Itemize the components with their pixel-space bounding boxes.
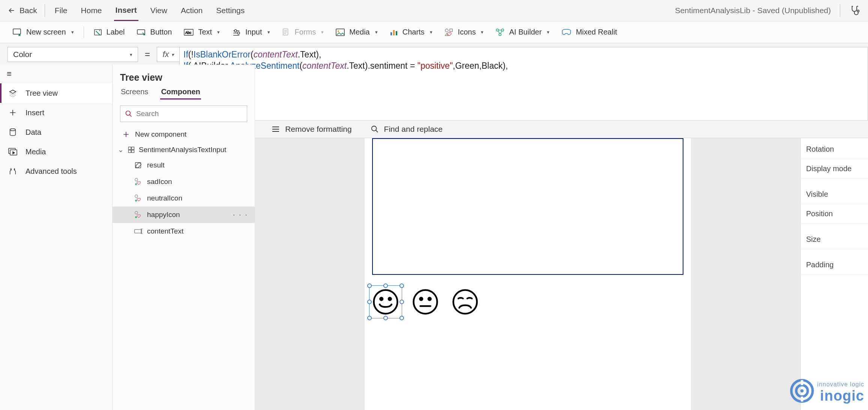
svg-point-17 xyxy=(499,33,501,36)
formula-token: ( xyxy=(299,61,302,71)
media-button[interactable]: Media ▾ xyxy=(330,26,383,39)
forms-button[interactable]: Forms ▾ xyxy=(277,26,329,39)
charts-label: Charts xyxy=(402,28,425,36)
new-component-label: New component xyxy=(135,130,186,139)
happy-icon[interactable] xyxy=(372,288,399,315)
tree-tab-components[interactable]: Componen xyxy=(160,85,201,99)
remove-label: Remove formatting xyxy=(285,125,351,134)
charts-button[interactable]: Charts ▾ xyxy=(384,26,438,39)
property-value: Color xyxy=(13,50,32,59)
media-label: Media xyxy=(349,28,369,36)
sad-icon[interactable] xyxy=(452,288,479,315)
content-text-input[interactable] xyxy=(372,138,683,275)
emoji-row xyxy=(372,288,479,315)
separator xyxy=(84,27,84,38)
prop-position[interactable]: Position xyxy=(801,204,868,224)
button-text: Button xyxy=(150,28,172,36)
prop-display-mode[interactable]: Display mode xyxy=(801,159,868,179)
tab-settings[interactable]: Settings xyxy=(215,1,246,20)
database-icon xyxy=(8,128,17,137)
input-icon xyxy=(232,29,241,36)
rail-media[interactable]: Media xyxy=(0,142,112,161)
tab-home[interactable]: Home xyxy=(80,1,104,20)
tree-root-node[interactable]: ⌄ SentimentAnalysisTextInput xyxy=(113,142,255,157)
svg-rect-33 xyxy=(135,229,141,233)
tree-root-label: SentimentAnalysisTextInput xyxy=(139,146,226,154)
tab-view[interactable]: View xyxy=(149,1,169,20)
resize-handle[interactable] xyxy=(367,300,372,304)
tree-tabs: Screens Componen xyxy=(113,85,255,101)
svg-point-7 xyxy=(237,32,240,34)
input-button[interactable]: Input ▾ xyxy=(227,26,275,39)
icons-icon xyxy=(445,28,454,36)
component-canvas[interactable] xyxy=(365,138,691,410)
tab-file[interactable]: File xyxy=(53,1,69,20)
hamburger-button[interactable]: ≡ xyxy=(0,65,112,83)
fx-label: fx xyxy=(162,50,169,59)
tree-item-happyIcon[interactable]: happyIcon· · · xyxy=(113,207,255,223)
neutral-icon[interactable] xyxy=(412,288,439,315)
property-selector[interactable]: Color ▾ xyxy=(8,47,138,62)
canvas-area[interactable] xyxy=(255,138,800,410)
chevron-down-icon: ▾ xyxy=(547,29,550,35)
label-button[interactable]: Label xyxy=(89,26,130,39)
icons-button[interactable]: Icons ▾ xyxy=(439,26,489,39)
rail-label: Insert xyxy=(26,109,44,117)
tree-item-result[interactable]: result xyxy=(113,157,255,173)
formula-token: If xyxy=(183,50,188,59)
resize-handle[interactable] xyxy=(399,283,404,288)
left-nav-rail: ≡ Tree view Insert Data Media Advanced t… xyxy=(0,65,113,410)
ai-builder-button[interactable]: AI Builder ▾ xyxy=(490,26,555,39)
prop-padding[interactable]: Padding xyxy=(801,255,868,275)
prop-size[interactable]: Size xyxy=(801,230,868,249)
resize-handle[interactable] xyxy=(383,283,388,288)
rail-advanced-tools[interactable]: Advanced tools xyxy=(0,161,112,181)
tree-item-sadIcon[interactable]: sadIcon xyxy=(113,173,255,190)
text-button[interactable]: Abc Text ▾ xyxy=(179,26,225,39)
tree-tab-screens[interactable]: Screens xyxy=(120,85,149,99)
formula-token: .Text).sentiment = xyxy=(347,61,417,71)
resize-handle[interactable] xyxy=(367,283,372,288)
search-input[interactable] xyxy=(136,110,242,118)
resize-handle[interactable] xyxy=(367,316,372,320)
rail-data[interactable]: Data xyxy=(0,122,112,142)
prop-visible[interactable]: Visible xyxy=(801,185,868,204)
find-replace-button[interactable]: Find and replace xyxy=(371,125,443,134)
rail-insert[interactable]: Insert xyxy=(0,103,112,122)
back-button[interactable]: Back xyxy=(8,4,45,17)
button-button[interactable]: Button xyxy=(132,26,177,39)
tab-action[interactable]: Action xyxy=(179,1,204,20)
resize-handle[interactable] xyxy=(399,316,404,320)
health-check-icon[interactable] xyxy=(849,5,860,16)
mixed-reality-icon xyxy=(562,29,571,36)
svg-point-32 xyxy=(135,211,138,214)
formula-token: (! xyxy=(188,50,194,59)
svg-point-31 xyxy=(135,195,138,197)
chevron-down-icon: ⌄ xyxy=(118,145,124,154)
icon-control-icon xyxy=(134,211,143,219)
fx-button[interactable]: fx ▾ xyxy=(157,47,179,62)
tree-title: Tree view xyxy=(113,65,255,85)
remove-formatting-button[interactable]: Remove formatting xyxy=(272,125,351,134)
mixed-reality-label: Mixed Realit xyxy=(576,28,617,36)
formula-editor[interactable]: If(!IsBlankOrError(contentText.Text), If… xyxy=(179,47,868,126)
tree-item-contentText[interactable]: contentText xyxy=(113,223,255,240)
tree-search[interactable] xyxy=(120,106,247,122)
edit-control-icon xyxy=(134,161,143,169)
svg-point-39 xyxy=(428,298,431,300)
tab-insert[interactable]: Insert xyxy=(114,0,138,21)
new-component-button[interactable]: New component xyxy=(113,127,255,142)
mixed-reality-button[interactable]: Mixed Realit xyxy=(556,26,622,39)
formula-token: IsBlankOrError xyxy=(194,50,251,59)
icon-control-icon xyxy=(134,178,143,186)
chevron-down-icon: ▾ xyxy=(217,29,220,35)
new-screen-button[interactable]: New screen ▾ xyxy=(8,26,79,39)
tree-item-neutralIcon[interactable]: neutralIcon xyxy=(113,190,255,207)
tree-item-label: contentText xyxy=(147,227,183,235)
icons-label: Icons xyxy=(458,28,476,36)
rail-tree-view[interactable]: Tree view xyxy=(0,83,112,103)
arrow-left-icon xyxy=(8,6,16,15)
resize-handle[interactable] xyxy=(383,316,388,320)
prop-rotation[interactable]: Rotation xyxy=(801,140,868,159)
more-options-button[interactable]: · · · xyxy=(233,210,248,220)
